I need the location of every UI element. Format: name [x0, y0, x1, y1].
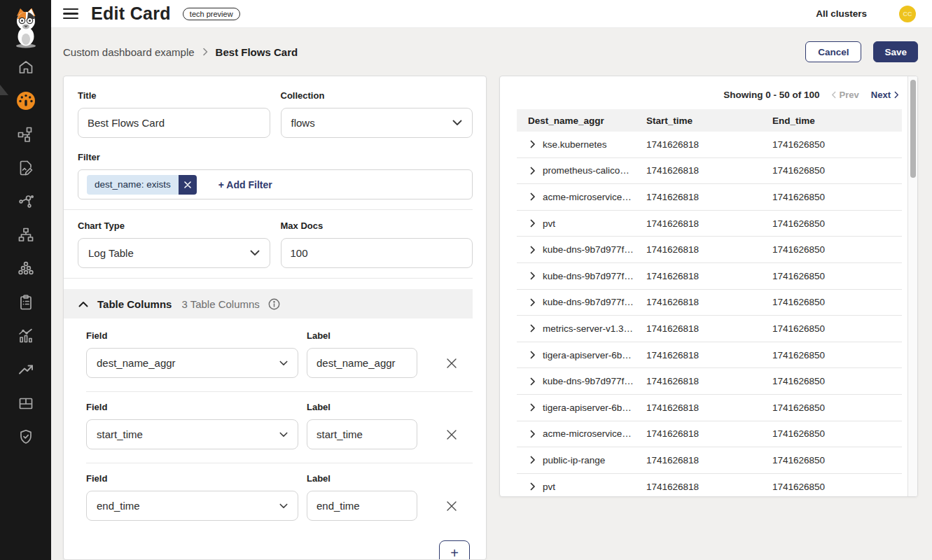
start-time-value: 1741626818 [646, 455, 772, 465]
prev-page-button[interactable]: Prev [831, 90, 859, 100]
table-row[interactable]: public-ip-range 1741626818 1741626850 [517, 447, 902, 474]
table-row[interactable]: acme-microservice… 1741626818 1741626850 [517, 421, 902, 448]
field-select[interactable]: start_time [86, 419, 298, 449]
table-row[interactable]: kube-dns-9b7d977f… 1741626818 1741626850 [517, 237, 902, 263]
dest-name-value: prometheus-calico… [543, 165, 630, 176]
start-time-value: 1741626818 [646, 192, 772, 202]
remove-filter-button[interactable] [179, 175, 197, 195]
collection-label: Collection [281, 90, 473, 101]
sidebar-item-flow-visualizations[interactable] [0, 185, 51, 218]
end-time-value: 1741626850 [772, 402, 893, 413]
title-input[interactable] [78, 108, 270, 138]
max-docs-input[interactable] [281, 238, 473, 268]
table-columns-count: 3 Table Columns [181, 298, 259, 310]
start-time-value: 1741626818 [646, 428, 772, 439]
sidebar-item-security[interactable] [0, 420, 51, 454]
cluster-scope-selector[interactable]: All clusters [816, 8, 867, 19]
start-time-value: 1741626818 [646, 244, 772, 255]
table-row[interactable]: kube-dns-9b7d977f… 1741626818 1741626850 [517, 368, 902, 395]
sidebar-item-home[interactable] [0, 50, 51, 84]
expand-row-icon[interactable] [530, 430, 536, 438]
table-row[interactable]: pvt 1741626818 1741626850 [517, 211, 902, 237]
remove-column-button[interactable] [446, 491, 457, 521]
chart-type-select[interactable]: Log Table [78, 238, 270, 268]
label-input[interactable] [307, 491, 417, 521]
sidebar-item-logs[interactable] [0, 151, 51, 185]
table-columns-accordion-header[interactable]: Table Columns 3 Table Columns [64, 289, 473, 318]
sidebar-item-clusters[interactable] [0, 252, 51, 286]
breadcrumb-parent[interactable]: Custom dashboard example [63, 46, 195, 58]
dest-name-value: pvt [543, 218, 555, 229]
remove-column-button[interactable] [446, 348, 457, 378]
expand-row-icon[interactable] [530, 140, 536, 148]
filter-box[interactable]: dest_name: exists + Add Filter [78, 169, 473, 200]
scrollbar-thumb[interactable] [910, 80, 916, 178]
expand-row-icon[interactable] [530, 219, 536, 227]
table-row[interactable]: tigera-apiserver-6b… 1741626818 17416268… [517, 395, 902, 421]
start-time-value: 1741626818 [646, 139, 772, 150]
breadcrumb: Custom dashboard example Best Flows Card [63, 46, 298, 58]
panel-corner-decoration [0, 85, 8, 95]
expand-row-icon[interactable] [530, 456, 536, 464]
add-column-button[interactable]: + [439, 540, 470, 560]
chevron-down-icon [279, 503, 288, 509]
collection-select[interactable]: flows [281, 108, 473, 138]
field-select[interactable]: end_time [86, 491, 298, 521]
table-row[interactable]: pvt 1741626818 1741626850 [517, 474, 902, 497]
menu-icon[interactable] [63, 6, 80, 22]
table-column-row: Field start_time Label [86, 402, 473, 449]
expand-row-icon[interactable] [530, 403, 536, 412]
sidebar-item-packages[interactable] [0, 386, 51, 420]
next-page-button[interactable]: Next [871, 90, 899, 100]
close-icon [184, 181, 191, 188]
table-row[interactable]: prometheus-calico… 1741626818 1741626850 [517, 158, 902, 185]
expand-row-icon[interactable] [530, 482, 536, 491]
scrollbar-track[interactable] [907, 76, 917, 496]
topology-icon [18, 126, 34, 143]
expand-row-icon[interactable] [530, 192, 536, 201]
table-row[interactable]: kse.kubernetes 1741626818 1741626850 [517, 132, 902, 158]
sidebar-item-trends[interactable] [0, 353, 51, 386]
expand-row-icon[interactable] [530, 298, 536, 307]
start-time-value: 1741626818 [646, 376, 772, 386]
label-input[interactable] [307, 348, 417, 378]
expand-row-icon[interactable] [530, 351, 536, 359]
divider [64, 209, 473, 210]
end-time-value: 1741626850 [772, 297, 893, 307]
cancel-button[interactable]: Cancel [805, 41, 861, 62]
sidebar-item-network-sets[interactable] [0, 218, 51, 252]
remove-column-button[interactable] [446, 419, 457, 449]
expand-row-icon[interactable] [530, 377, 536, 386]
expand-row-icon[interactable] [530, 324, 536, 332]
table-row[interactable]: metrics-server-v1.3… 1741626818 17416268… [517, 316, 902, 342]
sidebar-item-policies[interactable] [0, 286, 51, 319]
expand-row-icon[interactable] [530, 272, 536, 280]
chart-stats-icon [18, 328, 34, 344]
table-row[interactable]: kube-dns-9b7d977f… 1741626818 1741626850 [517, 290, 902, 316]
table-column-row: Field dest_name_aggr Label [86, 330, 473, 378]
sidebar-item-service-graph[interactable] [0, 118, 51, 151]
end-time-value: 1741626850 [772, 323, 893, 334]
close-icon [446, 500, 457, 512]
table-row[interactable]: acme-microservice… 1741626818 1741626850 [517, 184, 902, 211]
table-row[interactable]: kube-dns-9b7d977f… 1741626818 1741626850 [517, 263, 902, 290]
expand-row-icon[interactable] [530, 167, 536, 175]
field-select[interactable]: dest_name_aggr [86, 348, 298, 378]
label-input[interactable] [307, 419, 417, 449]
field-label: Field [86, 330, 298, 341]
filter-chip: dest_name: exists [87, 175, 197, 195]
expand-row-icon[interactable] [530, 246, 536, 254]
field-label: Field [86, 402, 298, 412]
sidebar-item-statistics[interactable] [0, 319, 51, 353]
avatar[interactable]: CC [899, 6, 916, 22]
preview-panel: Showing 0 - 50 of 100 Prev Next Dest_nam… [499, 76, 918, 497]
divider [86, 391, 473, 392]
add-filter-button[interactable]: + Add Filter [218, 179, 272, 190]
save-button[interactable]: Save [873, 41, 918, 62]
calico-cat-logo[interactable] [0, 0, 51, 50]
start-time-value: 1741626818 [646, 165, 772, 176]
top-bar: Edit Card tech preview All clusters CC [51, 0, 932, 28]
table-row[interactable]: tigera-apiserver-6b… 1741626818 17416268… [517, 342, 902, 369]
end-time-value: 1741626850 [772, 244, 893, 255]
info-icon[interactable] [268, 298, 280, 310]
